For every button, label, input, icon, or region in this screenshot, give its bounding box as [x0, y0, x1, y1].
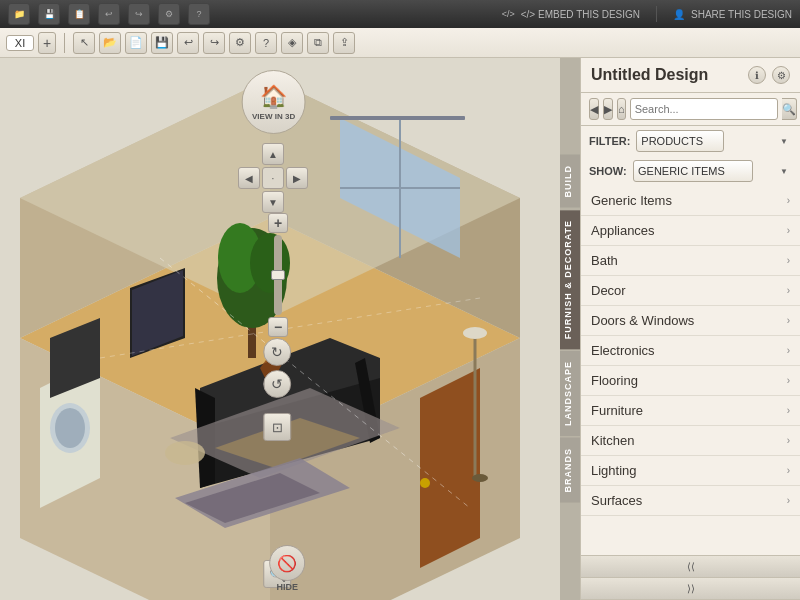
zoom-track[interactable] [274, 235, 282, 315]
category-arrow: › [787, 405, 790, 416]
tab-furnish-decorate[interactable]: FURNISH & DECORATE [560, 210, 580, 349]
toolbar-icon-7[interactable]: ? [188, 3, 210, 25]
hide-button[interactable]: 🚫 HIDE [269, 545, 305, 592]
nav-center-button[interactable]: · [262, 167, 284, 189]
category-label: Surfaces [591, 493, 642, 508]
tool-settings[interactable]: ⚙ [229, 32, 251, 54]
category-arrow: › [787, 315, 790, 326]
panel-forward-button[interactable]: ▶ [603, 98, 613, 120]
category-item-appliances[interactable]: Appliances› [581, 216, 800, 246]
category-item-kitchen[interactable]: Kitchen› [581, 426, 800, 456]
zoom-in-button[interactable]: + [268, 213, 288, 233]
house-icon: 🏠 [260, 84, 287, 110]
collapse-up-button[interactable]: ⟨⟨ [581, 556, 800, 578]
tool-share[interactable]: ⇪ [333, 32, 355, 54]
zoom-slider-control: + − [268, 213, 288, 337]
fit-view-button[interactable]: ⊡ [263, 413, 291, 441]
category-label: Furniture [591, 403, 643, 418]
side-panel-tabs: BUILD FURNISH & DECORATE LANDSCAPE BRAND… [560, 58, 580, 600]
category-arrow: › [787, 345, 790, 356]
view-3d-button[interactable]: 🏠 VIEW IN 3D [242, 70, 306, 134]
category-item-lighting[interactable]: Lighting› [581, 456, 800, 486]
rotate-controls: ↻ ↺ [263, 338, 291, 398]
embed-button[interactable]: </> </> EMBED THIS DESIGN [502, 9, 640, 20]
panel-back-button[interactable]: ◀ [589, 98, 599, 120]
svg-rect-9 [330, 116, 465, 120]
tool-layers[interactable]: ⧉ [307, 32, 329, 54]
category-label: Lighting [591, 463, 637, 478]
tab-landscape[interactable]: LANDSCAPE [560, 351, 580, 436]
toolbar-right: </> </> EMBED THIS DESIGN 👤 SHARE THIS D… [502, 6, 792, 22]
tool-undo[interactable]: ↩ [177, 32, 199, 54]
nav-up-button[interactable]: ▲ [262, 143, 284, 165]
category-label: Generic Items [591, 193, 672, 208]
toolbar-icon-5[interactable]: ↪ [128, 3, 150, 25]
category-item-generic-items[interactable]: Generic Items› [581, 186, 800, 216]
panel-navigation: ◀ ▶ ⌂ 🔍 [581, 93, 800, 126]
category-arrow: › [787, 495, 790, 506]
category-item-bath[interactable]: Bath› [581, 246, 800, 276]
svg-point-11 [420, 478, 430, 488]
main-area: 🏠 VIEW IN 3D ▲ ◀ · ▶ ▼ + − [0, 58, 800, 600]
share-label: SHARE THIS DESIGN [691, 9, 792, 20]
category-item-flooring[interactable]: Flooring› [581, 366, 800, 396]
zoom-add-button[interactable]: + [38, 32, 56, 54]
show-select-wrapper: GENERIC ITEMS APPLIANCES BATH DECOR DOOR… [633, 160, 792, 182]
tool-open[interactable]: 📂 [99, 32, 121, 54]
rotate-ccw-button[interactable]: ↺ [263, 370, 291, 398]
toolbar-icon-2[interactable]: 💾 [38, 3, 60, 25]
zoom-out-button[interactable]: − [268, 317, 288, 337]
filter-select[interactable]: PRODUCTS COLLECTIONS BRANDS [636, 130, 724, 152]
info-icon: ℹ [755, 70, 759, 81]
toolbar-icon-3[interactable]: 📋 [68, 3, 90, 25]
panel-search-input[interactable] [630, 98, 778, 120]
show-row: SHOW: GENERIC ITEMS APPLIANCES BATH DECO… [581, 156, 800, 186]
tool-cursor[interactable]: ↖ [73, 32, 95, 54]
rotate-cw-button[interactable]: ↻ [263, 338, 291, 366]
panel-header: Untitled Design ℹ ⚙ [581, 58, 800, 93]
category-label: Doors & Windows [591, 313, 694, 328]
category-label: Kitchen [591, 433, 634, 448]
category-item-furniture[interactable]: Furniture› [581, 396, 800, 426]
category-label: Bath [591, 253, 618, 268]
canvas-area[interactable]: 🏠 VIEW IN 3D ▲ ◀ · ▶ ▼ + − [0, 58, 560, 600]
settings-button[interactable]: ⚙ [772, 66, 790, 84]
secondary-toolbar: XI + ↖ 📂 📄 💾 ↩ ↪ ⚙ ? ◈ ⧉ ⇪ [0, 28, 800, 58]
tool-redo[interactable]: ↪ [203, 32, 225, 54]
panel-bottom: ⟨⟨ ⟩⟩ [581, 555, 800, 600]
embed-label: </> EMBED THIS DESIGN [521, 9, 640, 20]
category-item-doors--windows[interactable]: Doors & Windows› [581, 306, 800, 336]
category-item-electronics[interactable]: Electronics› [581, 336, 800, 366]
nav-down-button[interactable]: ▼ [262, 191, 284, 213]
collapse-down-button[interactable]: ⟩⟩ [581, 578, 800, 600]
category-arrow: › [787, 435, 790, 446]
category-item-surfaces[interactable]: Surfaces› [581, 486, 800, 516]
info-button[interactable]: ℹ [748, 66, 766, 84]
right-panel: Untitled Design ℹ ⚙ ◀ ▶ ⌂ 🔍 FILTER: [580, 58, 800, 600]
toolbar-icon-6[interactable]: ⚙ [158, 3, 180, 25]
nav-left-button[interactable]: ◀ [238, 167, 260, 189]
tab-build[interactable]: BUILD [560, 155, 580, 208]
zoom-thumb[interactable] [271, 270, 285, 280]
tab-brands[interactable]: BRANDS [560, 438, 580, 503]
tool-misc[interactable]: ◈ [281, 32, 303, 54]
zoom-level-label: XI [6, 35, 34, 51]
share-button[interactable]: 👤 SHARE THIS DESIGN [673, 9, 792, 20]
tool-new[interactable]: 📄 [125, 32, 147, 54]
category-item-decor[interactable]: Decor› [581, 276, 800, 306]
show-select[interactable]: GENERIC ITEMS APPLIANCES BATH DECOR DOOR… [633, 160, 753, 182]
panel-home-button[interactable]: ⌂ [617, 98, 626, 120]
panel-title: Untitled Design [591, 66, 708, 84]
toolbar-icon-4[interactable]: ↩ [98, 3, 120, 25]
toolbar-icon-1[interactable]: 📁 [8, 3, 30, 25]
category-arrow: › [787, 285, 790, 296]
tool-help[interactable]: ? [255, 32, 277, 54]
filter-label: FILTER: [589, 135, 630, 147]
category-arrow: › [787, 255, 790, 266]
embed-icon: </> [502, 9, 515, 19]
tool-save[interactable]: 💾 [151, 32, 173, 54]
panel-search-button[interactable]: 🔍 [782, 98, 797, 120]
nav-right-button[interactable]: ▶ [286, 167, 308, 189]
nav-down-row: ▼ [262, 191, 284, 213]
category-label: Flooring [591, 373, 638, 388]
